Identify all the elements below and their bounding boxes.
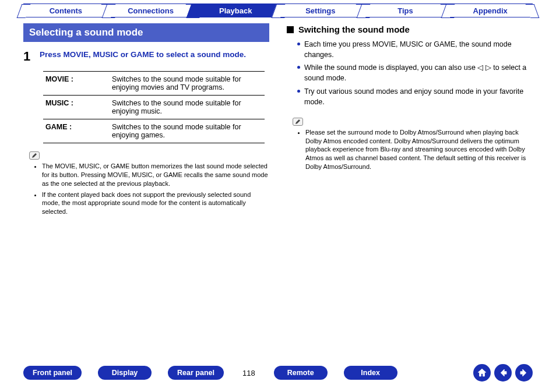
notes-list: Please set the surround mode to Dolby At… xyxy=(287,128,533,171)
mode-desc: Switches to the sound mode suitable for … xyxy=(110,72,265,96)
pencil-icon xyxy=(293,118,303,126)
tab-tips[interactable]: Tips xyxy=(363,3,448,17)
subsection-title: Switching the sound mode xyxy=(298,24,410,34)
tab-settings[interactable]: Settings xyxy=(278,3,363,17)
remote-button[interactable]: Remote xyxy=(274,366,328,380)
sound-mode-table: MOVIE : Switches to the sound mode suita… xyxy=(43,71,265,143)
front-panel-button[interactable]: Front panel xyxy=(23,366,82,380)
note-item: Please set the surround mode to Dolby At… xyxy=(305,128,533,171)
tab-appendix[interactable]: Appendix xyxy=(448,3,533,17)
step-number: 1 xyxy=(23,50,31,63)
tab-connections[interactable]: Connections xyxy=(108,3,193,17)
display-button[interactable]: Display xyxy=(98,366,152,380)
top-nav: Contents Connections Playback Settings T… xyxy=(0,0,556,17)
bullet-item: Try out various sound modes and enjoy so… xyxy=(297,86,533,107)
bullet-item: Each time you press MOVIE, MUSIC or GAME… xyxy=(297,39,533,60)
tab-contents[interactable]: Contents xyxy=(23,3,108,17)
mode-desc: Switches to the sound mode suitable for … xyxy=(110,96,265,119)
index-button[interactable]: Index xyxy=(344,366,397,380)
square-bullet-icon xyxy=(287,26,294,33)
step-instruction: Press MOVIE, MUSIC or GAME to select a s… xyxy=(40,50,246,63)
mode-label: GAME : xyxy=(43,119,110,143)
table-row: MUSIC : Switches to the sound mode suita… xyxy=(43,96,265,119)
table-row: GAME : Switches to the sound mode suitab… xyxy=(43,119,265,143)
mode-label: MUSIC : xyxy=(43,96,110,119)
arrow-right-icon[interactable] xyxy=(515,364,533,382)
page-number: 118 xyxy=(240,369,258,377)
rear-panel-button[interactable]: Rear panel xyxy=(168,366,224,380)
page-body: Selecting a sound mode 1 Press MOVIE, MU… xyxy=(0,17,556,218)
mode-desc: Switches to the sound mode suitable for … xyxy=(110,119,265,143)
nav-icon-group xyxy=(473,364,533,382)
arrow-left-icon[interactable] xyxy=(494,364,512,382)
pencil-icon xyxy=(29,151,40,160)
subsection-heading: Switching the sound mode xyxy=(287,24,533,34)
notes-list: The MOVIE, MUSIC, or GAME button memoriz… xyxy=(23,162,269,216)
step-1: 1 Press MOVIE, MUSIC or GAME to select a… xyxy=(23,50,269,63)
note-item: If the content played back does not supp… xyxy=(42,190,269,217)
section-title: Selecting a sound mode xyxy=(23,23,269,42)
bullet-list: Each time you press MOVIE, MUSIC or GAME… xyxy=(287,39,533,107)
table-row: MOVIE : Switches to the sound mode suita… xyxy=(43,72,265,96)
right-column: Switching the sound mode Each time you p… xyxy=(287,23,533,218)
home-icon[interactable] xyxy=(473,364,491,382)
note-item: The MOVIE, MUSIC, or GAME button memoriz… xyxy=(42,162,269,188)
left-column: Selecting a sound mode 1 Press MOVIE, MU… xyxy=(23,23,269,218)
tab-playback[interactable]: Playback xyxy=(193,3,278,17)
mode-label: MOVIE : xyxy=(43,72,110,96)
bottom-bar: Front panel Display Rear panel 118 Remot… xyxy=(0,364,556,382)
bullet-item: While the sound mode is displayed, you c… xyxy=(297,62,533,83)
